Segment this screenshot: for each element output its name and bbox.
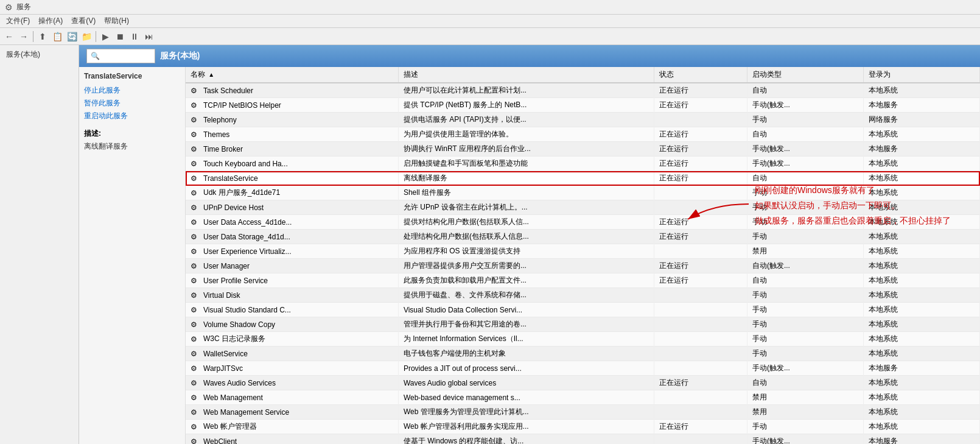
- pause-button[interactable]: ⏸: [128, 30, 141, 43]
- col-header-name[interactable]: 名称 ▲: [186, 67, 398, 83]
- service-status-cell: [654, 288, 747, 303]
- stop-button[interactable]: ⏹: [113, 30, 127, 43]
- service-startup-cell: 自动: [747, 127, 863, 142]
- table-row[interactable]: ⚙User Manager用户管理器提供多用户交互所需要的...正在运行自动(触…: [186, 259, 980, 273]
- service-desc-cell: Shell 组件服务: [398, 186, 654, 200]
- export-button[interactable]: 📁: [80, 30, 93, 43]
- service-status-cell: [654, 434, 747, 445]
- service-startup-cell: 自动: [747, 376, 863, 390]
- service-status-cell: [654, 361, 747, 376]
- service-name-cell: ⚙Virtual Disk: [186, 288, 398, 303]
- service-startup-cell: 禁用: [747, 390, 863, 405]
- service-login-cell: 本地系统: [863, 273, 979, 288]
- service-status-cell: 正在运行: [654, 230, 747, 244]
- service-login-cell: 本地系统: [863, 390, 979, 405]
- service-login-cell: 本地系统: [863, 303, 979, 317]
- service-status-cell: [654, 244, 747, 259]
- service-status-cell: 正在运行: [654, 420, 747, 434]
- table-row[interactable]: ⚙User Data Storage_4d1d...处理结构化用户数据(包括联系…: [186, 230, 980, 244]
- table-row[interactable]: ⚙Web Management ServiceWeb 管理服务为管理员管理此计算…: [186, 405, 980, 420]
- service-status-cell: [654, 390, 747, 405]
- table-row[interactable]: ⚙Volume Shadow Copy管理并执行用于备份和其它用途的卷...手动…: [186, 317, 980, 332]
- menu-bar: 文件(F) 操作(A) 查看(V) 帮助(H): [0, 15, 980, 28]
- service-name-cell: ⚙WalletService: [186, 347, 398, 361]
- table-row[interactable]: ⚙W3C 日志记录服务为 Internet Information Servic…: [186, 332, 980, 347]
- table-row[interactable]: ⚙User Profile Service此服务负责加载和卸载用户配置文件...…: [186, 273, 980, 288]
- title-bar-text: 服务: [16, 2, 31, 12]
- menu-file[interactable]: 文件(F): [2, 15, 33, 27]
- table-row[interactable]: ⚙Visual Studio Standard C...Visual Studi…: [186, 303, 980, 317]
- service-desc-cell: 此服务负责加载和卸载用户配置文件...: [398, 273, 654, 288]
- service-startup-cell: 手动: [747, 303, 863, 317]
- table-row[interactable]: ⚙Themes为用户提供使用主题管理的体验。正在运行自动本地系统: [186, 127, 980, 142]
- table-row[interactable]: ⚙TCP/IP NetBIOS Helper提供 TCP/IP (NetBT) …: [186, 98, 980, 113]
- service-login-cell: 本地系统: [863, 157, 979, 171]
- table-row[interactable]: ⚙Web 帐户管理器Web 帐户管理器利用此服务实现应用...正在运行手动本地系…: [186, 420, 980, 434]
- service-desc-cell: 使用户可以在此计算机上配置和计划...: [398, 83, 654, 98]
- service-status-cell: 正在运行: [654, 83, 747, 98]
- annotation-text: 刚刚创建的Windows服务就有了 如果默认没启动，手动启动一下即可。 做成服务…: [755, 183, 951, 229]
- service-desc-cell: Web 帐户管理器利用此服务实现应用...: [398, 420, 654, 434]
- table-row[interactable]: ⚙Time Broker协调执行 WinRT 应用程序的后台作业...正在运行手…: [186, 142, 980, 157]
- table-row[interactable]: ⚙WebClient使基于 Windows 的程序能创建、访...手动(触发..…: [186, 434, 980, 445]
- forward-button[interactable]: →: [17, 30, 30, 43]
- up-button[interactable]: ⬆: [36, 30, 49, 43]
- search-icon: 🔍: [91, 52, 100, 60]
- info-panel: TranslateService 停止此服务 暂停此服务 重启动此服务 描述: …: [79, 67, 186, 444]
- service-list-body: ⚙Task Scheduler使用户可以在此计算机上配置和计划...正在运行自动…: [186, 83, 980, 444]
- restart-button[interactable]: ⏭: [142, 30, 156, 43]
- sidebar-item-local-services[interactable]: 服务(本地): [2, 48, 76, 62]
- service-login-cell: 本地服务: [863, 434, 979, 445]
- service-name-cell: ⚙Task Scheduler: [186, 83, 398, 98]
- service-login-cell: 本地系统: [863, 127, 979, 142]
- annotation-line-3: 做成服务，服务器重启也会跟着重启，不担心挂掉了: [755, 213, 951, 228]
- pause-service-link[interactable]: 暂停此服务: [84, 98, 180, 108]
- service-list-container[interactable]: 名称 ▲ 描述 状态 启动类型: [186, 67, 980, 444]
- col-header-status[interactable]: 状态: [654, 67, 747, 83]
- table-row[interactable]: ⚙WalletService电子钱包客户端使用的主机对象手动本地系统: [186, 347, 980, 361]
- service-name-cell: ⚙Touch Keyboard and Ha...: [186, 157, 398, 171]
- search-input[interactable]: [102, 52, 151, 60]
- col-header-startup[interactable]: 启动类型: [747, 67, 863, 83]
- table-row[interactable]: ⚙Virtual Disk提供用于磁盘、卷、文件系统和存储...手动本地系统: [186, 288, 980, 303]
- search-box[interactable]: 🔍: [86, 49, 155, 63]
- service-name-cell: ⚙WebClient: [186, 434, 398, 445]
- service-name-cell: ⚙TranslateService: [186, 171, 398, 186]
- table-row[interactable]: ⚙WarpJITSvcProvides a JIT out of process…: [186, 361, 980, 376]
- service-login-cell: 本地系统: [863, 317, 979, 332]
- service-name-cell: ⚙Web Management Service: [186, 405, 398, 420]
- content-area: 🔍 服务(本地) TranslateService 停止此服务 暂停此服务 重启…: [79, 45, 980, 444]
- toolbar-sep-2: [96, 31, 96, 42]
- annotation-line-2: 如果默认没启动，手动启动一下即可。: [755, 198, 951, 213]
- menu-view[interactable]: 查看(V): [68, 15, 99, 27]
- service-desc-cell: 提供 TCP/IP (NetBT) 服务上的 NetB...: [398, 98, 654, 113]
- show-hide-button[interactable]: 📋: [51, 30, 64, 43]
- menu-action[interactable]: 操作(A): [35, 15, 66, 27]
- table-row[interactable]: ⚙Task Scheduler使用户可以在此计算机上配置和计划...正在运行自动…: [186, 83, 980, 98]
- menu-help[interactable]: 帮助(H): [100, 15, 133, 27]
- service-status-cell: 正在运行: [654, 142, 747, 157]
- table-row[interactable]: ⚙User Experience Virtualiz...为应用程序和 OS 设…: [186, 244, 980, 259]
- back-button[interactable]: ←: [2, 30, 16, 43]
- service-name-cell: ⚙User Profile Service: [186, 273, 398, 288]
- col-header-login[interactable]: 登录为: [863, 67, 979, 83]
- refresh-button[interactable]: 🔄: [65, 30, 79, 43]
- service-login-cell: 本地服务: [863, 98, 979, 113]
- table-row[interactable]: ⚙Web ManagementWeb-based device manageme…: [186, 390, 980, 405]
- service-startup-cell: 自动(触发...: [747, 259, 863, 273]
- stop-service-link[interactable]: 停止此服务: [84, 85, 180, 96]
- table-row[interactable]: ⚙Telephony提供电话服务 API (TAPI)支持，以便...手动网络服…: [186, 113, 980, 127]
- service-startup-cell: 手动: [747, 230, 863, 244]
- service-desc-cell: 启用触摸键盘和手写面板笔和墨迹功能: [398, 157, 654, 171]
- service-login-cell: 本地系统: [863, 288, 979, 303]
- restart-service-link[interactable]: 重启动此服务: [84, 111, 180, 121]
- table-row[interactable]: ⚙Waves Audio ServicesWaves Audio global …: [186, 376, 980, 390]
- play-button[interactable]: ▶: [99, 30, 112, 43]
- service-desc-cell: 管理并执行用于备份和其它用途的卷...: [398, 317, 654, 332]
- service-startup-cell: 手动: [747, 288, 863, 303]
- service-startup-cell: 手动(触发...: [747, 157, 863, 171]
- table-row[interactable]: ⚙Touch Keyboard and Ha...启用触摸键盘和手写面板笔和墨迹…: [186, 157, 980, 171]
- col-header-desc[interactable]: 描述: [398, 67, 654, 83]
- service-name-cell: ⚙Volume Shadow Copy: [186, 317, 398, 332]
- service-desc-cell: 允许 UPnP 设备宿主在此计算机上。...: [398, 200, 654, 215]
